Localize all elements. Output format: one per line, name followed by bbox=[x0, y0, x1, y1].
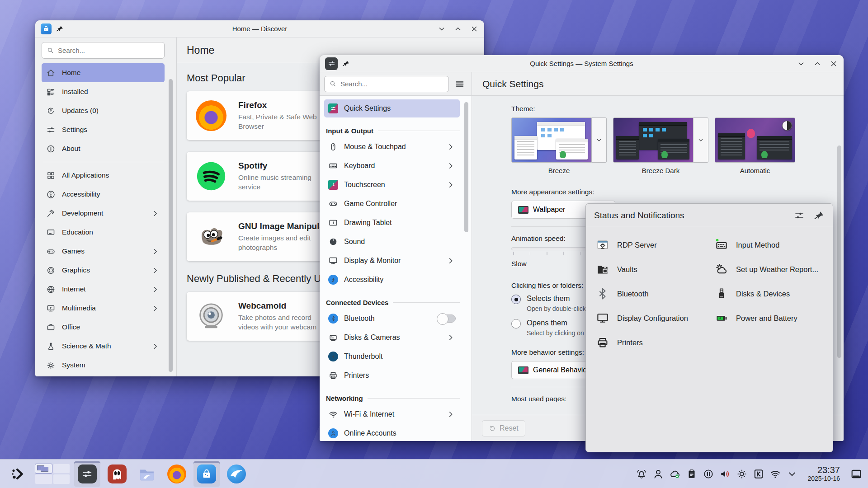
discover-search[interactable] bbox=[42, 42, 165, 59]
maximize-button[interactable] bbox=[453, 24, 462, 33]
printer-icon bbox=[328, 371, 338, 380]
cloud-sync-icon[interactable] bbox=[668, 467, 681, 480]
minimize-button[interactable] bbox=[437, 24, 446, 33]
notifications-icon[interactable] bbox=[635, 467, 648, 480]
sidebar-scrollbar[interactable] bbox=[169, 79, 173, 372]
sidebar-item-multimedia[interactable]: Multimedia bbox=[42, 299, 165, 318]
task-firefox[interactable] bbox=[164, 461, 190, 487]
pin-icon[interactable] bbox=[813, 209, 825, 221]
sidebar-item-touchscreen[interactable]: Touchscreen bbox=[324, 175, 460, 194]
task-system-settings[interactable] bbox=[74, 461, 100, 487]
sidebar-item-accessibility[interactable]: Accessibility bbox=[42, 185, 165, 204]
popup-item-power-battery[interactable]: Power and Battery bbox=[709, 311, 828, 325]
task-ghostwriter[interactable] bbox=[104, 461, 130, 487]
gimp-logo bbox=[196, 221, 226, 252]
sidebar-label: Installed bbox=[62, 88, 88, 96]
sidebar-separator bbox=[42, 162, 164, 162]
sidebar-item-bluetooth[interactable]: Bluetooth bbox=[324, 309, 460, 328]
popup-item-printers[interactable]: Printers bbox=[590, 336, 709, 349]
sidebar-item-graphics[interactable]: Graphics bbox=[42, 261, 165, 280]
sidebar-item-installed[interactable]: Installed bbox=[42, 82, 165, 101]
desktop-4[interactable] bbox=[53, 474, 70, 484]
sidebar-item-about[interactable]: About bbox=[42, 139, 165, 158]
pin-icon[interactable] bbox=[342, 59, 350, 68]
theme-breeze-dark-dropdown-button[interactable] bbox=[693, 117, 708, 163]
popup-item-bluetooth[interactable]: Bluetooth bbox=[590, 287, 709, 300]
popup-item-display-configuration[interactable]: Display Configuration bbox=[590, 311, 709, 325]
sidebar-item-updates[interactable]: Updates (0) bbox=[42, 101, 165, 120]
volume-icon[interactable] bbox=[718, 467, 731, 480]
discover-titlebar[interactable]: Home — Discover bbox=[35, 20, 484, 38]
virtual-desktop-pager[interactable] bbox=[34, 463, 71, 485]
media-player-icon[interactable] bbox=[702, 467, 715, 480]
sidebar-item-office[interactable]: Office bbox=[42, 318, 165, 337]
desktop-1[interactable] bbox=[35, 464, 52, 474]
sidebar-item-all-applications[interactable]: All Applications bbox=[42, 166, 165, 185]
application-launcher-button[interactable] bbox=[5, 461, 31, 487]
sidebar-item-games[interactable]: Games bbox=[42, 242, 165, 261]
search-input[interactable] bbox=[58, 47, 160, 54]
reset-button[interactable]: Reset bbox=[482, 420, 525, 436]
popup-item-rdp-server[interactable]: RDP Server bbox=[590, 238, 709, 252]
popup-item-input-method[interactable]: Input Method bbox=[709, 238, 828, 252]
radio-button-selected[interactable] bbox=[511, 295, 521, 304]
sidebar-item-sound[interactable]: Sound bbox=[324, 232, 460, 251]
close-button[interactable] bbox=[470, 24, 479, 33]
popup-item-weather[interactable]: Set up Weather Report... bbox=[709, 263, 828, 276]
sidebar-item-game-controller[interactable]: Game Controller bbox=[324, 194, 460, 213]
popup-item-disks-devices[interactable]: Disks & Devices bbox=[709, 287, 828, 300]
klipper-icon[interactable] bbox=[752, 467, 765, 480]
theme-thumbnail-breeze[interactable] bbox=[511, 117, 592, 163]
maximize-button[interactable] bbox=[813, 59, 822, 68]
sidebar-item-mouse-touchpad[interactable]: Mouse & Touchpad bbox=[324, 137, 460, 156]
sidebar-item-accessibility[interactable]: Accessibility bbox=[324, 270, 460, 289]
sidebar-scrollbar[interactable] bbox=[464, 102, 468, 232]
theme-breeze-dropdown-button[interactable] bbox=[592, 117, 607, 163]
theme-thumbnail-breeze-dark[interactable] bbox=[613, 117, 693, 163]
minimize-button[interactable] bbox=[797, 59, 806, 68]
digital-clock[interactable]: 23:37 2025-10-16 bbox=[807, 465, 840, 482]
user-switcher-icon[interactable] bbox=[651, 467, 665, 480]
discover-icon bbox=[201, 468, 212, 480]
show-desktop-button[interactable] bbox=[849, 464, 863, 484]
theme-thumbnail-automatic[interactable] bbox=[715, 117, 795, 163]
sidebar-item-system[interactable]: System bbox=[42, 356, 165, 375]
sidebar-item-quick-settings[interactable]: Quick Settings bbox=[324, 99, 460, 117]
brightness-icon[interactable] bbox=[735, 467, 748, 480]
task-falkon[interactable] bbox=[223, 461, 250, 487]
sidebar-item-online-accounts[interactable]: Online Accounts bbox=[324, 424, 460, 441]
sidebar-item-thunderbolt[interactable]: Thunderbolt bbox=[324, 347, 460, 366]
desktop-3[interactable] bbox=[35, 474, 52, 484]
content-scrollbar[interactable] bbox=[837, 145, 841, 358]
close-button[interactable] bbox=[829, 59, 838, 68]
sidebar-item-internet[interactable]: Internet bbox=[42, 280, 165, 299]
settings-search[interactable] bbox=[324, 76, 449, 92]
task-discover[interactable] bbox=[193, 461, 220, 487]
sidebar-item-development[interactable]: Development bbox=[42, 204, 165, 223]
sidebar-item-education[interactable]: Education bbox=[42, 223, 165, 242]
network-wifi-icon[interactable] bbox=[769, 467, 782, 480]
configure-icon[interactable] bbox=[794, 210, 805, 221]
sidebar-item-printers[interactable]: Printers bbox=[324, 366, 460, 385]
sidebar-item-settings[interactable]: Settings bbox=[42, 120, 165, 139]
clipboard-icon[interactable] bbox=[685, 467, 698, 480]
pin-icon[interactable] bbox=[56, 24, 64, 33]
search-input[interactable] bbox=[340, 80, 444, 88]
webcamoid-logo bbox=[196, 301, 226, 332]
sidebar-item-home[interactable]: Home bbox=[42, 63, 165, 82]
sidebar-item-science-math[interactable]: Science & Math bbox=[42, 337, 165, 356]
bluetooth-toggle[interactable] bbox=[438, 314, 456, 323]
sidebar-item-disks-cameras[interactable]: Disks & Cameras bbox=[324, 328, 460, 347]
popup-item-vaults[interactable]: Vaults bbox=[590, 263, 709, 276]
sidebar-item-display-monitor[interactable]: Display & Monitor bbox=[324, 251, 460, 270]
desktop-2[interactable] bbox=[53, 464, 70, 474]
sidebar-item-wifi-internet[interactable]: Wi-Fi & Internet bbox=[324, 405, 460, 424]
sidebar-item-keyboard[interactable]: Keyboard bbox=[324, 156, 460, 175]
settings-titlebar[interactable]: Quick Settings — System Settings bbox=[320, 55, 844, 72]
expand-tray-icon[interactable] bbox=[785, 467, 798, 480]
display-configuration-icon bbox=[596, 311, 609, 325]
sidebar-item-drawing-tablet[interactable]: Drawing Tablet bbox=[324, 213, 460, 232]
radio-button-unselected[interactable] bbox=[511, 319, 521, 328]
menu-button[interactable] bbox=[452, 76, 468, 92]
task-dolphin[interactable] bbox=[134, 461, 160, 487]
